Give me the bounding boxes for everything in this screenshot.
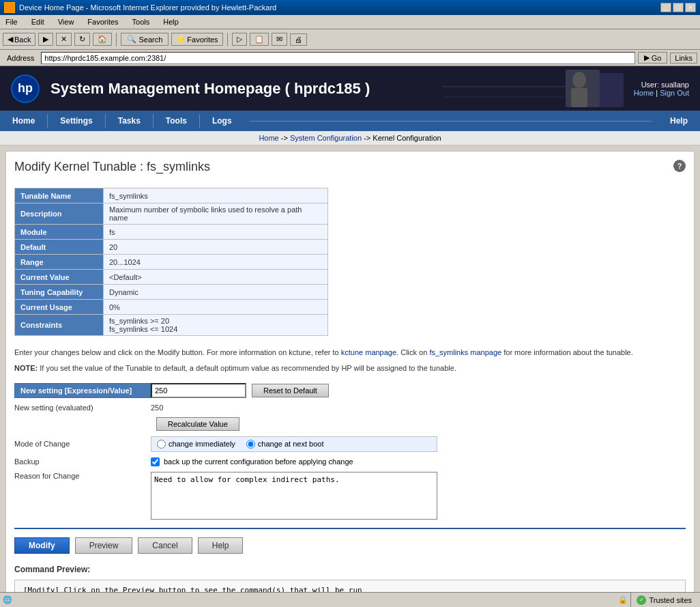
stop-button[interactable]: ✕ [56, 33, 72, 46]
backup-label: Backup [14, 457, 151, 466]
section-divider [14, 528, 686, 529]
menu-file[interactable]: File [3, 16, 20, 27]
preview-button[interactable]: Preview [75, 537, 133, 554]
nav-logs[interactable]: Logs [200, 111, 244, 131]
nav-tools[interactable]: Tools [154, 111, 199, 131]
breadcrumb-home[interactable]: Home [259, 134, 278, 142]
maximize-button[interactable]: □ [673, 3, 684, 12]
window-title: Device Home Page - Microsoft Internet Ex… [19, 3, 276, 12]
menu-favorites[interactable]: Favorites [85, 16, 121, 27]
ie-icon [4, 2, 15, 13]
tunable-info-table: Tunable Name fs_symlinks Description Max… [14, 188, 328, 336]
mode-of-change-label: Mode of Change [14, 440, 151, 448]
breadcrumb-arrow-2: -> [364, 134, 373, 142]
modify-button[interactable]: Modify [14, 537, 70, 554]
value-current-usage: 0% [104, 300, 328, 315]
address-label: Address [3, 54, 38, 62]
menu-help[interactable]: Help [160, 16, 181, 27]
table-row-current-value: Current Value <Default> [15, 270, 328, 285]
trusted-sites-icon: ✓ [637, 595, 646, 605]
mode-next-boot-radio[interactable] [246, 440, 255, 449]
menu-view[interactable]: View [55, 16, 77, 27]
title-bar: Device Home Page - Microsoft Internet Ex… [0, 0, 700, 15]
address-input[interactable] [41, 52, 635, 64]
new-setting-input[interactable] [151, 383, 246, 398]
backup-checkbox[interactable] [151, 457, 160, 466]
command-preview-title: Command Preview: [14, 565, 686, 574]
cancel-button[interactable]: Cancel [138, 537, 192, 554]
back-button[interactable]: ◀ Back [3, 33, 35, 46]
mode-immediately-radio[interactable] [157, 440, 166, 449]
note-text: NOTE: If you set the value of the Tunabl… [14, 364, 686, 372]
search-button[interactable]: 🔍 Search [121, 33, 169, 46]
print-button[interactable]: 🖨 [290, 33, 307, 46]
status-bar: 🌐 🔒 ✓ Trusted sites [0, 592, 700, 607]
go-button[interactable]: ▶ Go [638, 52, 668, 63]
address-bar: Address ▶ Go Links [0, 50, 700, 66]
status-left-icon: 🌐 [3, 595, 12, 604]
refresh-button[interactable]: ↻ [74, 33, 90, 46]
label-tuning-capability: Tuning Capability [15, 285, 104, 300]
media-button[interactable]: ▷ [232, 33, 247, 46]
instructions-text: Enter your changes below and click on th… [14, 347, 686, 358]
symlinks-manpage-link[interactable]: fs_symlinks manpage [429, 348, 501, 356]
value-tuning-capability: Dynamic [104, 285, 328, 300]
label-module: Module [15, 225, 104, 240]
value-current-value: <Default> [104, 270, 328, 285]
menu-bar: File Edit View Favorites Tools Help [0, 15, 700, 29]
home-link[interactable]: Home [634, 89, 654, 97]
help-icon[interactable]: ? [673, 160, 686, 172]
history-button[interactable]: 📋 [250, 33, 269, 46]
hp-logo: hp [11, 74, 40, 103]
svg-point-2 [572, 72, 586, 88]
favorites-button[interactable]: ⭐ Favorites [171, 33, 222, 46]
svg-rect-3 [571, 88, 587, 107]
menu-tools[interactable]: Tools [130, 16, 153, 27]
reason-for-change-row: Reason for Change Need to allow for comp… [14, 472, 686, 520]
table-row-constraints: Constraints fs_symlinks >= 20 fs_symlink… [15, 315, 328, 336]
kctune-manpage-link[interactable]: kctune manpage [341, 348, 396, 356]
signout-link[interactable]: Sign Out [660, 89, 689, 97]
status-bar-left: 🌐 [3, 595, 618, 604]
breadcrumb-system-config[interactable]: System Configuration [290, 134, 362, 142]
main-content: Modify Kernel Tunable : fs_symlinks ? Tu… [5, 151, 695, 607]
help-button[interactable]: Help [198, 537, 244, 554]
nav-tasks[interactable]: Tasks [106, 111, 153, 131]
window-controls[interactable]: _ □ × [660, 3, 696, 12]
label-current-value: Current Value [15, 270, 104, 285]
nav-bar: Home Settings Tasks Tools Logs Help [0, 111, 700, 131]
reason-for-change-label: Reason for Change [14, 472, 151, 480]
recalculate-value-button[interactable]: Recalculate Value [156, 417, 239, 431]
table-row-range: Range 20...1024 [15, 255, 328, 270]
mode-next-boot-option[interactable]: change at next boot [246, 440, 324, 449]
menu-edit[interactable]: Edit [29, 16, 47, 27]
new-setting-evaluated-label: New setting (evaluated) [14, 404, 151, 412]
mode-of-change-row: Mode of Change change immediately change… [14, 436, 686, 452]
mode-options: change immediately change at next boot [151, 436, 437, 452]
reset-to-default-button[interactable]: Reset to Default [252, 384, 329, 397]
hp-title: System Management Homepage ( hprdc185 ) [50, 80, 370, 98]
nav-home[interactable]: Home [0, 111, 47, 131]
value-tunable-name: fs_symlinks [104, 188, 328, 203]
home-button[interactable]: 🏠 [93, 33, 112, 46]
mode-immediately-option[interactable]: change immediately [157, 440, 235, 449]
hp-photo [443, 66, 634, 111]
table-row-module: Module fs [15, 225, 328, 240]
close-button[interactable]: × [685, 3, 696, 12]
table-row-current-usage: Current Usage 0% [15, 300, 328, 315]
new-setting-evaluated-row: New setting (evaluated) 250 [14, 404, 686, 412]
svg-rect-4 [600, 73, 624, 107]
label-tunable-name: Tunable Name [15, 188, 104, 203]
nav-settings[interactable]: Settings [48, 111, 104, 131]
breadcrumb: Home -> System Configuration -> Kernel C… [0, 131, 700, 145]
table-row-tuning-capability: Tuning Capability Dynamic [15, 285, 328, 300]
forward-button[interactable]: ▶ [38, 33, 53, 46]
status-bar-right: 🔒 ✓ Trusted sites [618, 593, 697, 608]
links-button[interactable]: Links [670, 53, 697, 63]
breadcrumb-kernel-config: Kernel Configuration [373, 134, 441, 142]
nav-help[interactable]: Help [658, 111, 700, 131]
label-description: Description [15, 203, 104, 225]
minimize-button[interactable]: _ [660, 3, 671, 12]
mail-button[interactable]: ✉ [272, 33, 287, 46]
reason-for-change-textarea[interactable]: Need to allow for complex indirect paths… [151, 472, 437, 520]
